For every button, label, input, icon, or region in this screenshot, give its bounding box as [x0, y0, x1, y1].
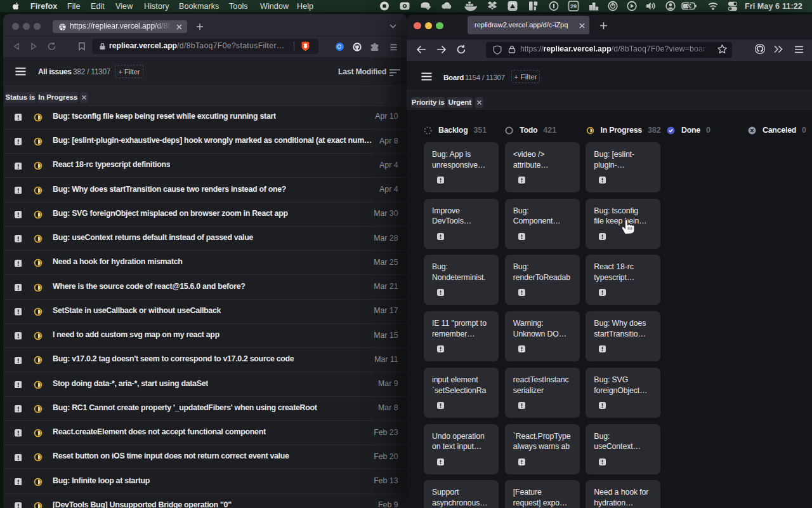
svg-text:29: 29 — [570, 3, 577, 10]
